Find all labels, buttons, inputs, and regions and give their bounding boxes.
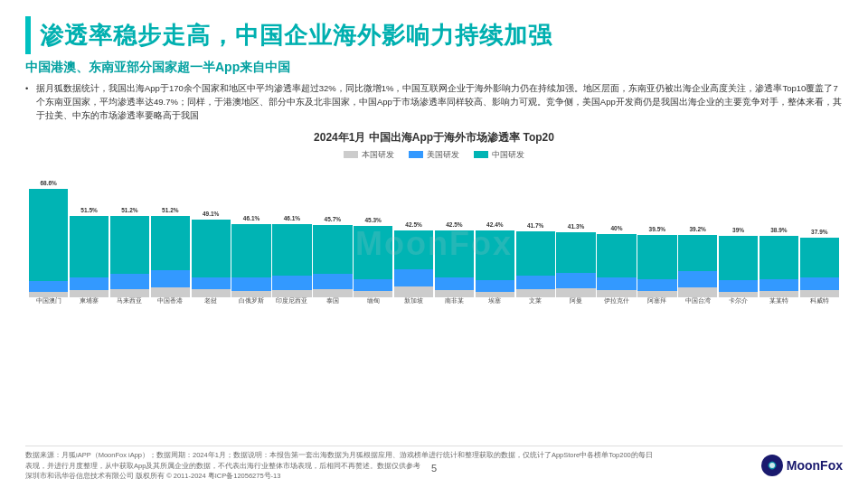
bar-cn (272, 224, 311, 276)
bar-local (313, 289, 352, 297)
bar-group: 40% (597, 171, 636, 297)
bar-local (272, 290, 311, 297)
title-accent (25, 16, 31, 54)
bar-cn (192, 220, 231, 277)
bar-local (29, 292, 68, 297)
bar-top-label: 42.5% (446, 221, 462, 228)
bar-top-label: 39% (732, 227, 744, 233)
x-label: 伊拉克什 (597, 297, 636, 305)
x-label: 印度尼西亚 (272, 297, 311, 305)
x-label: 中国香港 (151, 297, 190, 305)
page: MoonFox 渗透率稳步走高，中国企业海外影响力持续加强 中国港澳、东南亚部分… (0, 0, 868, 488)
bar-group: 42.4% (476, 171, 514, 297)
bar-group: 46.1% (272, 171, 311, 297)
bar-stack (110, 216, 149, 297)
x-label: 南非某 (435, 297, 474, 305)
legend-label-us: 美国研发 (427, 149, 459, 161)
moonfox-icon (761, 455, 783, 476)
bar-local (110, 289, 149, 297)
legend: 本国研发 美国研发 中国研发 (25, 149, 843, 161)
x-label: 阿曼 (556, 297, 595, 305)
bar-stack (192, 220, 231, 297)
bar-us (556, 273, 595, 288)
legend-color-cn (474, 151, 488, 158)
bar-cn (800, 238, 839, 277)
bar-local (151, 287, 190, 297)
bar-group: 39% (719, 171, 758, 297)
bar-us (394, 269, 433, 286)
bar-group: 51.2% (151, 171, 190, 297)
bar-cn (719, 236, 758, 280)
bar-stack (394, 230, 433, 297)
bar-group: 42.5% (435, 171, 474, 297)
bar-cn (476, 230, 514, 280)
bar-local (354, 291, 392, 297)
bar-top-label: 51.2% (162, 207, 178, 213)
bar-stack (678, 235, 717, 297)
bar-top-label: 41.3% (568, 223, 584, 230)
moonfox-logo: MoonFox (761, 455, 843, 476)
x-label: 缅甸 (354, 297, 392, 305)
bar-top-label: 68.6% (40, 180, 56, 186)
x-labels-row: 中国澳门柬埔寨马来西亚中国香港老挝白俄罗斯印度尼西亚泰国缅甸新加坡南非某埃塞文莱… (25, 297, 843, 323)
legend-color-local (344, 151, 358, 158)
x-label: 马来西亚 (110, 297, 149, 305)
bar-cn (760, 236, 798, 279)
bar-group: 41.3% (556, 171, 595, 297)
bar-local (637, 291, 676, 297)
legend-color-us (409, 151, 423, 158)
bar-stack (435, 230, 474, 297)
bar-group: 42.5% (394, 171, 433, 297)
bar-us (110, 274, 149, 289)
chart-section: 2024年1月 中国出海App于海外市场渗透率 Top20 本国研发 美国研发 … (25, 130, 843, 324)
bar-stack (516, 231, 555, 297)
legend-cn: 中国研发 (474, 149, 524, 161)
svg-point-1 (769, 463, 775, 468)
x-label: 中国澳门 (29, 297, 68, 305)
bar-stack (151, 216, 190, 297)
bar-us (637, 279, 676, 291)
x-label: 泰国 (313, 297, 352, 305)
moonfox-label: MoonFox (787, 458, 843, 473)
bar-stack (354, 226, 392, 297)
bar-group: 45.7% (313, 171, 352, 297)
bar-cn (516, 231, 555, 276)
page-number: 5 (431, 463, 437, 474)
legend-us: 美国研发 (409, 149, 459, 161)
bars-row: 68.6%51.5%51.2%51.2%49.1%46.1%46.1%45.7%… (25, 166, 843, 297)
bar-top-label: 39.5% (649, 226, 665, 232)
bar-stack (760, 236, 798, 297)
x-label: 柬埔寨 (70, 297, 108, 305)
bar-top-label: 39.2% (689, 226, 705, 232)
x-label: 科威特 (800, 297, 839, 305)
bar-group: 39.5% (637, 171, 676, 297)
bar-stack (231, 224, 270, 297)
bar-local (394, 286, 433, 297)
chart-title: 2024年1月 中国出海App于海外市场渗透率 Top20 (25, 130, 843, 145)
bar-top-label: 42.4% (486, 221, 503, 228)
x-label: 埃塞 (476, 297, 514, 305)
bar-cn (231, 224, 270, 277)
bar-group: 68.6% (29, 171, 68, 297)
bar-top-label: 46.1% (243, 215, 259, 221)
bar-local (556, 288, 595, 297)
bar-cn (151, 216, 190, 270)
bar-group: 41.7% (516, 171, 555, 297)
bar-top-label: 41.7% (527, 222, 543, 229)
bar-top-label: 38.9% (770, 227, 787, 233)
bar-local (231, 291, 270, 297)
bar-us (435, 277, 474, 290)
bar-cn (354, 226, 392, 279)
bar-top-label: 46.1% (284, 215, 300, 221)
legend-label-local: 本国研发 (362, 149, 394, 161)
bar-group: 46.1% (231, 171, 270, 297)
bar-local (192, 289, 231, 297)
title-block: 渗透率稳步走高，中国企业海外影响力持续加强 (25, 16, 843, 54)
bar-us (192, 277, 231, 289)
x-label: 新加坡 (394, 297, 433, 305)
bar-stack (70, 216, 108, 297)
footer-left: 数据来源：月狐iAPP（MoonFox iApp）；数据周期：2024年1月；数… (25, 450, 658, 481)
bar-cn (110, 216, 149, 274)
bar-top-label: 42.5% (405, 221, 421, 228)
bar-cn (435, 230, 474, 277)
